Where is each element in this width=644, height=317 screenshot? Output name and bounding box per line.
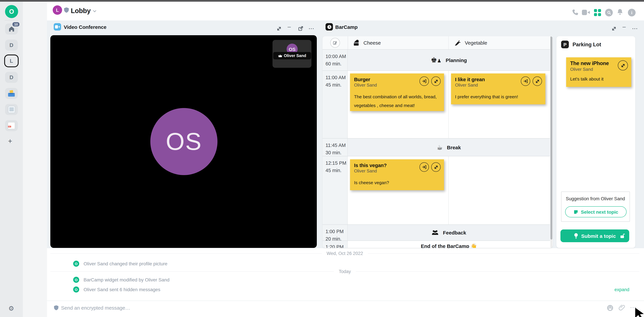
parking-lot-panel: P Parking Lot The new iPhone Oliver Sand… xyxy=(556,36,635,248)
room-list-rail: … + … + B C C E I I L T xyxy=(23,2,47,317)
parking-icon: P xyxy=(561,40,569,48)
pip-nameplate: Oliver Sand xyxy=(273,52,311,59)
track-column-header-vegetable: Vegetable xyxy=(449,36,549,49)
timeline-event-profile[interactable]: O Oliver Sand changed their profile pict… xyxy=(73,261,168,267)
attachment-paperclip-icon[interactable] xyxy=(618,304,625,311)
mouse-cursor xyxy=(634,307,644,317)
video-widget-options-icon[interactable]: ··· xyxy=(309,26,314,31)
composer-divider xyxy=(47,301,644,301)
timeline-event-hidden-messages[interactable]: O Oliver Sand sent 6 hidden messages xyxy=(73,287,160,293)
divider xyxy=(5,20,18,20)
video-widget-minimise-icon[interactable]: – xyxy=(288,23,291,30)
move-to-parking-button[interactable] xyxy=(420,76,429,86)
emoji-picker-icon[interactable] xyxy=(607,305,614,311)
session-duration: 30 min. xyxy=(326,149,347,157)
barcamp-widget-minimise-icon[interactable]: – xyxy=(622,23,626,30)
space-button-calendar[interactable]: JUL 17 xyxy=(5,120,18,131)
crown-icon xyxy=(278,54,282,57)
session-row-feedback: 1:00 PM 20 min. Feedback xyxy=(322,224,550,241)
submit-topic-button[interactable]: Submit a topic xyxy=(560,230,629,242)
video-call-icon[interactable] xyxy=(582,9,590,15)
event-text: Oliver Sand changed their profile pictur… xyxy=(84,261,168,266)
session-label: End of the BarCamp 👋 xyxy=(348,243,550,248)
widgets-grid-icon[interactable] xyxy=(594,9,601,16)
track-column-header-cheese: Cheese xyxy=(348,36,448,49)
expand-note-button[interactable] xyxy=(431,162,441,172)
lightbulb-icon xyxy=(574,233,578,239)
video-widget-icon xyxy=(54,23,61,30)
message-input[interactable]: Send an encrypted message… xyxy=(61,305,130,311)
parking-note-iphone[interactable]: The new iPhone Oliver Sand Let's talk ab… xyxy=(566,57,631,87)
suggestion-box: Suggestion from Oliver Sand Select next … xyxy=(561,192,630,222)
select-next-topic-label: Select next topic xyxy=(581,209,618,215)
barcamp-widget-maximise-icon[interactable] xyxy=(612,26,616,31)
home-icon xyxy=(8,26,14,31)
coffee-icon: ☕ xyxy=(437,143,442,151)
calendar-icon: JUL 17 xyxy=(8,122,15,129)
video-widget-maximise-icon[interactable] xyxy=(276,26,282,31)
room-header: L Lobby i xyxy=(47,2,644,21)
select-next-topic-button[interactable]: Select next topic xyxy=(565,206,626,217)
chess-icon: ♚♟ xyxy=(431,56,441,64)
column-label: Vegetable xyxy=(465,40,487,46)
session-row-break: 11:45 AM 30 min. ☕ Break xyxy=(322,138,550,156)
session-time: 1:00 PM xyxy=(326,228,347,235)
room-name[interactable]: Lobby xyxy=(71,7,90,15)
session-time: 10:00 AM xyxy=(326,53,347,60)
grid-scrollbar-thumb[interactable] xyxy=(550,36,552,240)
session-label: Feedback xyxy=(443,230,466,236)
topic-note-grean[interactable]: I like it grean Oliver Sand I prefer eve… xyxy=(451,73,545,104)
people-icon xyxy=(432,230,438,236)
expand-note-button[interactable] xyxy=(431,76,441,86)
barcamp-widget-icon xyxy=(326,23,333,30)
room-info-icon[interactable]: i xyxy=(628,9,636,16)
event-avatar: O xyxy=(73,277,79,283)
carrot-icon xyxy=(454,39,461,46)
voice-call-icon[interactable] xyxy=(572,9,578,16)
expand-note-button[interactable] xyxy=(618,60,628,70)
room-header-avatar[interactable]: L xyxy=(53,5,62,15)
edit-schedule-button[interactable] xyxy=(330,38,340,48)
sticky-note-icon xyxy=(574,210,578,214)
space-button-notepad[interactable] xyxy=(5,104,18,115)
session-label: Planning xyxy=(446,57,467,63)
grid-header-row: Cheese Vegetable xyxy=(322,36,550,50)
row-duration: 45 min. xyxy=(326,81,347,89)
barcamp-widget-options-icon[interactable]: ··· xyxy=(632,26,638,31)
sign-in-icon xyxy=(523,79,528,83)
home-space-button[interactable]: 10 xyxy=(5,23,18,34)
session-time: 11:45 AM xyxy=(326,142,347,149)
note-body: Let's talk about it xyxy=(570,75,627,83)
row-time: 12:15 PM xyxy=(326,159,347,167)
move-to-parking-button[interactable] xyxy=(420,162,429,172)
topic-note-burger[interactable]: Burger Oliver Sand The best combination … xyxy=(350,73,444,111)
topic-note-vegan[interactable]: Is this vegan? Oliver Sand Is cheese veg… xyxy=(350,159,444,190)
notifications-bell-icon[interactable] xyxy=(617,9,623,16)
session-row-planning: 10:00 AM 60 min. ♚♟ Planning xyxy=(322,49,550,71)
move-to-parking-button[interactable] xyxy=(521,76,530,86)
space-button-ballot[interactable] xyxy=(5,88,18,99)
video-widget-popout-icon[interactable] xyxy=(298,26,303,31)
add-space-button[interactable]: + xyxy=(8,137,12,145)
composer-shield-icon xyxy=(54,305,58,310)
room-menu-chevron-icon[interactable] xyxy=(93,10,96,12)
space-button-d1[interactable]: D xyxy=(5,39,18,51)
expand-note-button[interactable] xyxy=(532,76,542,86)
timeline-event-widget-modified[interactable]: O BarCamp widget modified by Oliver Sand xyxy=(73,277,170,283)
suggestion-heading: Suggestion from Oliver Sand xyxy=(566,196,625,201)
session-time: 1:20 PM xyxy=(326,243,347,248)
settings-gear-icon[interactable]: ⚙ xyxy=(8,305,14,312)
expand-icon xyxy=(434,165,438,169)
participant-avatar-large: OS xyxy=(150,108,218,175)
date-separator: Wed, Oct 26 2022 xyxy=(50,251,639,256)
video-widget-title: Video Conference xyxy=(64,24,106,30)
user-avatar[interactable]: O xyxy=(5,5,18,18)
encryption-shield-icon xyxy=(64,7,69,13)
space-button-d2[interactable]: D xyxy=(5,72,18,83)
room-search-icon[interactable] xyxy=(605,9,613,16)
expand-events-link[interactable]: expand xyxy=(614,287,630,292)
space-button-l-selected[interactable]: L xyxy=(5,55,18,66)
submit-topic-label: Submit a topic xyxy=(581,233,616,239)
sign-in-icon xyxy=(422,165,426,169)
note-body: Is cheese vegan? xyxy=(354,178,440,187)
